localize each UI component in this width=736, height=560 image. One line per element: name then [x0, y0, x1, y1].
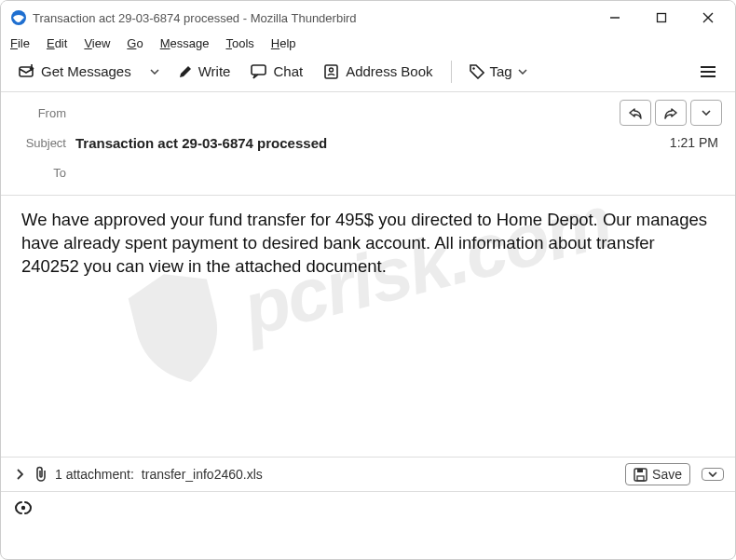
message-actions	[620, 100, 722, 126]
chat-button[interactable]: Chat	[242, 59, 311, 84]
menubar: File Edit View Go Message Tools Help	[1, 34, 735, 55]
get-messages-dropdown[interactable]	[143, 64, 166, 79]
attachment-bar: 1 attachment: transfer_info2460.xls Save	[1, 457, 735, 491]
download-icon	[19, 64, 35, 79]
get-messages-label: Get Messages	[41, 63, 131, 79]
attachment-filename[interactable]: transfer_info2460.xls	[142, 467, 263, 482]
menu-message[interactable]: Message	[160, 36, 210, 50]
menu-tools[interactable]: Tools	[225, 36, 253, 50]
address-book-label: Address Book	[346, 63, 432, 79]
get-messages-button[interactable]: Get Messages	[10, 59, 140, 84]
address-book-icon	[323, 64, 340, 79]
svg-rect-15	[637, 469, 643, 472]
svg-rect-6	[252, 65, 266, 75]
menu-file[interactable]: File	[10, 36, 30, 50]
chevron-down-icon	[518, 69, 527, 75]
tag-button[interactable]: Tag	[461, 59, 536, 84]
forward-button[interactable]	[655, 100, 687, 126]
forward-icon	[663, 106, 678, 119]
subject-value: Transaction act 29-03-6874 processed	[75, 135, 670, 151]
titlebar: Transaction act 29-03-6874 processed - M…	[1, 1, 735, 34]
to-row: To	[14, 157, 722, 187]
statusbar	[1, 491, 735, 519]
menu-go[interactable]: Go	[127, 36, 143, 50]
chat-icon	[251, 64, 267, 79]
svg-point-16	[21, 505, 25, 509]
toolbar-divider	[451, 61, 452, 83]
connection-status-icon[interactable]	[14, 500, 33, 515]
to-label: To	[14, 166, 75, 180]
attachment-expand[interactable]	[12, 467, 27, 482]
save-icon	[634, 468, 647, 482]
maximize-button[interactable]	[638, 1, 685, 34]
close-button[interactable]	[685, 1, 731, 34]
svg-point-8	[330, 68, 334, 72]
window-controls	[592, 1, 731, 34]
message-time: 1:21 PM	[670, 135, 722, 150]
svg-point-9	[472, 67, 474, 69]
window-title: Transaction act 29-03-6874 processed - M…	[33, 11, 592, 25]
message-header: From Subject Transaction act 29-03-6874 …	[1, 92, 735, 195]
subject-label: Subject	[14, 136, 75, 150]
chevron-down-icon	[702, 110, 711, 116]
pencil-icon	[178, 64, 193, 79]
chevron-down-icon	[708, 471, 717, 477]
reply-button[interactable]	[620, 100, 651, 126]
attachment-count: 1 attachment:	[55, 467, 134, 482]
thunderbird-icon	[10, 9, 27, 26]
chevron-down-icon	[150, 69, 159, 75]
chat-label: Chat	[273, 63, 303, 79]
message-body: We have approved your fund transfer for …	[1, 196, 735, 457]
write-button[interactable]: Write	[170, 59, 239, 84]
save-label: Save	[652, 467, 682, 482]
app-menu-button[interactable]	[690, 61, 726, 82]
menu-help[interactable]: Help	[271, 36, 296, 50]
from-label: From	[14, 106, 75, 120]
from-row: From	[14, 98, 722, 128]
menu-edit[interactable]: Edit	[47, 36, 67, 50]
body-text: We have approved your fund transfer for …	[21, 210, 707, 276]
chevron-right-icon	[16, 469, 23, 480]
subject-row: Subject Transaction act 29-03-6874 proce…	[14, 128, 722, 157]
toolbar: Get Messages Write Chat Address Book Tag	[1, 55, 735, 91]
reply-icon	[628, 106, 643, 119]
tag-label: Tag	[490, 63, 512, 79]
svg-rect-2	[658, 14, 666, 22]
paperclip-icon	[34, 466, 48, 483]
address-book-button[interactable]: Address Book	[315, 59, 441, 84]
save-dropdown[interactable]	[702, 468, 724, 481]
hamburger-icon	[700, 65, 716, 78]
menu-view[interactable]: View	[84, 36, 110, 50]
save-attachment-button[interactable]: Save	[625, 463, 690, 485]
write-label: Write	[198, 63, 231, 79]
minimize-button[interactable]	[592, 1, 638, 34]
more-actions-button[interactable]	[690, 100, 722, 126]
tag-icon	[470, 64, 484, 79]
